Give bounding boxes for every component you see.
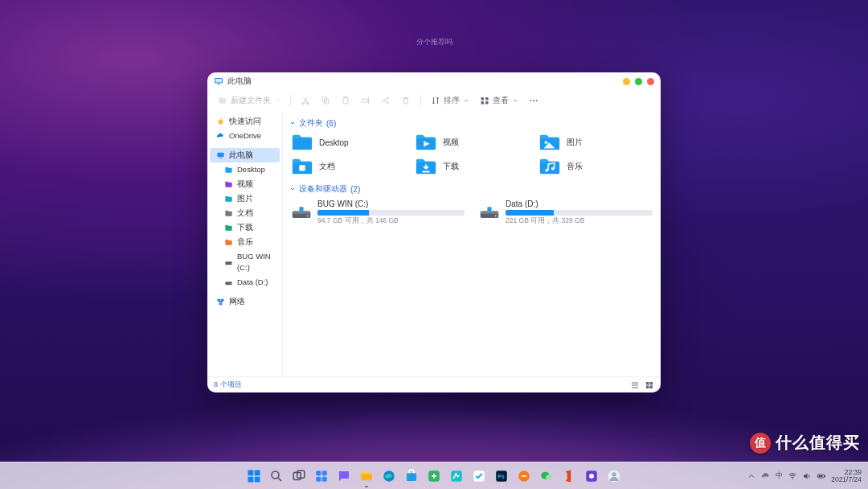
- folder-desktop[interactable]: Desktop: [289, 132, 407, 153]
- sidebar-item-quick-access[interactable]: 快速访问: [210, 114, 280, 129]
- window-controls: [623, 78, 654, 85]
- chevron-up-icon[interactable]: [747, 471, 756, 481]
- folder-documents[interactable]: 文档: [289, 156, 407, 177]
- svg-rect-14: [481, 97, 485, 101]
- title-bar[interactable]: 此电脑: [207, 72, 661, 90]
- svg-rect-27: [225, 226, 231, 230]
- taskbar-app-green[interactable]: [425, 467, 443, 485]
- drive-tile[interactable]: BUG WIN (C:) 94.7 GB 可用，共 146 GB: [289, 198, 466, 228]
- desktop-folder-icon: [291, 134, 313, 151]
- start-button[interactable]: [245, 467, 263, 485]
- delete-icon: [401, 96, 411, 105]
- svg-point-19: [533, 100, 534, 101]
- sidebar-label: OneDrive: [229, 130, 261, 142]
- battery-icon[interactable]: [817, 471, 826, 481]
- taskbar-search[interactable]: [268, 467, 285, 485]
- taskbar-office[interactable]: [560, 467, 578, 485]
- store-icon: [404, 469, 419, 483]
- sort-button[interactable]: 排序: [427, 92, 473, 109]
- drive-tile[interactable]: Data (D:) 221 GB 可用，共 329 GB: [477, 198, 654, 228]
- sidebar-item-network[interactable]: 网络: [210, 294, 280, 309]
- taskbar-photoshop[interactable]: Ps: [493, 467, 510, 485]
- taskbar-app-orange[interactable]: [515, 467, 533, 485]
- rename-button[interactable]: [357, 93, 375, 108]
- sidebar-item-this-pc[interactable]: 此电脑: [210, 148, 280, 162]
- svg-point-50: [307, 215, 309, 216]
- photoshop-icon: Ps: [494, 469, 509, 483]
- toolbar-separator: [420, 95, 421, 106]
- folder-downloads[interactable]: 下载: [413, 156, 530, 177]
- ime-indicator[interactable]: 中: [776, 471, 783, 481]
- view-list-icon[interactable]: [630, 380, 640, 390]
- maximize-button[interactable]: [635, 78, 642, 85]
- taskbar-wechat[interactable]: [538, 467, 555, 485]
- taskbar-chat[interactable]: [335, 467, 353, 485]
- check-icon: [472, 469, 486, 483]
- cut-button[interactable]: [297, 93, 314, 108]
- wifi-icon[interactable]: [788, 471, 797, 481]
- folder-videos[interactable]: 视频: [413, 132, 530, 153]
- minimize-button[interactable]: [623, 78, 630, 85]
- sidebar-item-downloads[interactable]: 下载: [210, 220, 280, 235]
- copy-button[interactable]: [317, 93, 334, 108]
- svg-rect-23: [225, 168, 231, 172]
- volume-icon[interactable]: [802, 471, 812, 481]
- svg-rect-21: [217, 152, 223, 157]
- taskbar-explorer[interactable]: [358, 467, 375, 485]
- folder-music[interactable]: 音乐: [537, 156, 654, 177]
- taskbar-app-purple[interactable]: [583, 467, 600, 485]
- delete-button[interactable]: [397, 93, 415, 108]
- folder-label: 下载: [443, 161, 459, 172]
- svg-rect-49: [293, 211, 311, 213]
- taskbar-app-check[interactable]: [470, 467, 488, 485]
- group-header-folders[interactable]: 文件夹 (6): [289, 117, 654, 129]
- svg-rect-58: [646, 385, 649, 388]
- videos-folder-icon: [415, 134, 437, 151]
- taskbar-clock[interactable]: 22:39 2021/7/24: [831, 469, 862, 483]
- more-button[interactable]: [525, 93, 542, 108]
- taskbar-taskview[interactable]: [290, 467, 308, 485]
- status-bar: 8 个项目: [207, 376, 661, 392]
- sidebar-item-music[interactable]: 音乐: [210, 235, 280, 249]
- svg-rect-56: [646, 382, 649, 385]
- svg-point-81: [546, 475, 552, 480]
- group-header-drives[interactable]: 设备和驱动器 (2): [289, 183, 654, 195]
- paste-button[interactable]: [337, 93, 354, 108]
- taskbar[interactable]: Ps 中 22:39 2021/7/24: [0, 462, 868, 489]
- this-pc-icon: [214, 76, 223, 86]
- sidebar-item-pictures[interactable]: 图片: [210, 191, 280, 206]
- sidebar-item-desktop[interactable]: Desktop: [210, 162, 280, 177]
- drive-free-text: 94.7 GB 可用，共 146 GB: [317, 216, 465, 226]
- folder-label: 视频: [443, 137, 459, 148]
- taskbar-app-user[interactable]: [605, 467, 623, 485]
- search-icon: [269, 469, 284, 483]
- svg-rect-60: [248, 470, 254, 475]
- folder-label: 音乐: [567, 161, 583, 172]
- taskbar-store[interactable]: [403, 467, 420, 485]
- close-button[interactable]: [647, 78, 654, 85]
- drive-label: Data (D:): [506, 199, 653, 208]
- share-button[interactable]: [377, 93, 395, 108]
- desktop[interactable]: 分个推荐吗 此电脑 新建文件夹: [0, 0, 868, 489]
- more-icon: [529, 96, 538, 105]
- app-icon: [517, 469, 531, 483]
- sidebar-item-drive[interactable]: BUG WIN (C:): [210, 249, 280, 275]
- svg-point-11: [383, 100, 384, 101]
- sidebar-item-drive[interactable]: Data (D:): [210, 275, 280, 290]
- desktop-watermark: 分个推荐吗: [0, 37, 868, 47]
- taskbar-widgets[interactable]: [313, 467, 330, 485]
- sidebar-label: 此电脑: [229, 150, 253, 161]
- view-button[interactable]: 查看: [476, 92, 522, 109]
- sidebar-item-documents[interactable]: 文档: [210, 206, 280, 220]
- taskbar-edge[interactable]: [380, 467, 398, 485]
- folder-pictures[interactable]: 图片: [537, 132, 654, 153]
- documents-folder-icon: [291, 158, 313, 175]
- content-area[interactable]: 文件夹 (6) Desktop 视频 图片 文档: [283, 111, 661, 376]
- taskbar-app-teal[interactable]: [448, 467, 465, 485]
- onedrive-tray-icon[interactable]: [761, 471, 771, 481]
- sidebar-item-onedrive[interactable]: OneDrive: [210, 129, 280, 143]
- new-folder-button[interactable]: 新建文件夹: [214, 92, 285, 109]
- taskbar-date: 2021/7/24: [831, 476, 862, 483]
- sidebar-item-videos[interactable]: 视频: [210, 177, 280, 191]
- view-grid-icon[interactable]: [645, 380, 654, 390]
